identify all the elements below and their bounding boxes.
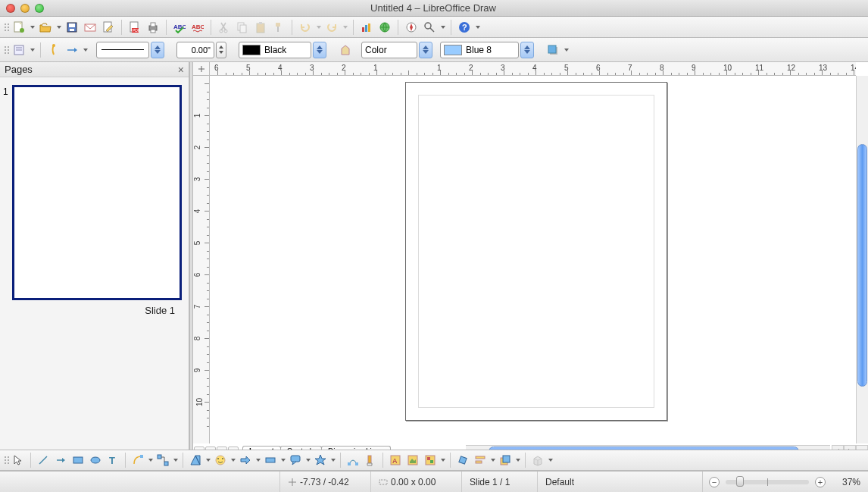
arrow-ends-button[interactable]	[64, 42, 80, 58]
connector-dropdown[interactable]	[172, 452, 179, 468]
export-pdf-button[interactable]: PDF	[126, 19, 143, 36]
help-button[interactable]: ?	[456, 19, 473, 36]
stars-tool[interactable]	[312, 452, 329, 468]
area-properties-button[interactable]	[337, 42, 354, 58]
redo-button[interactable]	[323, 19, 340, 36]
arrow-ends-dropdown[interactable]	[82, 42, 89, 58]
new-document-dropdown[interactable]	[29, 19, 36, 36]
arrange-tool[interactable]	[497, 452, 514, 468]
zoom-out-button[interactable]: −	[709, 477, 720, 487]
callouts-tool[interactable]	[287, 452, 304, 468]
align-dropdown[interactable]	[489, 452, 496, 468]
edit-points-tool[interactable]	[345, 452, 361, 468]
toolbar-overflow[interactable]	[547, 452, 554, 468]
format-paintbrush-button[interactable]	[270, 19, 287, 36]
ellipse-tool[interactable]	[87, 452, 104, 468]
toolbar-grip[interactable]	[5, 42, 9, 58]
toolbar-overflow[interactable]	[474, 19, 481, 36]
edit-file-button[interactable]	[100, 19, 117, 36]
basic-shapes-tool[interactable]	[187, 452, 204, 468]
fill-mode-stepper[interactable]	[419, 42, 432, 58]
block-arrows-tool[interactable]	[237, 452, 254, 468]
line-width-input[interactable]	[176, 42, 214, 58]
ruler-origin[interactable]	[193, 62, 210, 76]
basic-shapes-dropdown[interactable]	[205, 452, 211, 468]
paste-button[interactable]	[252, 19, 269, 36]
toolbar-grip[interactable]	[5, 19, 9, 36]
flowchart-tool[interactable]	[262, 452, 279, 468]
toolbar-grip[interactable]	[5, 452, 9, 468]
rotate-tool[interactable]	[454, 452, 471, 468]
line-properties-button[interactable]	[45, 42, 62, 58]
glue-points-tool[interactable]	[362, 452, 379, 468]
undo-dropdown[interactable]	[315, 19, 322, 36]
gallery-dropdown[interactable]	[439, 452, 446, 468]
callouts-dropdown[interactable]	[304, 452, 311, 468]
window-zoom-button[interactable]	[35, 4, 44, 13]
fill-color-combo[interactable]: Blue 8	[440, 42, 519, 58]
zoom-button[interactable]	[421, 19, 438, 36]
zoom-slider[interactable]	[726, 480, 809, 484]
window-close-button[interactable]	[6, 4, 15, 13]
line-width-stepper[interactable]	[216, 42, 226, 58]
email-button[interactable]	[82, 19, 98, 36]
styles-dropdown[interactable]	[29, 42, 36, 58]
navigator-button[interactable]	[403, 19, 420, 36]
copy-button[interactable]	[234, 19, 251, 36]
line-color-combo[interactable]: Black	[239, 42, 311, 58]
status-page-style[interactable]: Default	[538, 472, 703, 492]
format-styles-button[interactable]	[11, 42, 27, 58]
line-tool[interactable]	[35, 452, 52, 468]
vertical-ruler[interactable]: 12345678910	[193, 76, 210, 443]
open-button[interactable]	[37, 19, 54, 36]
connector-tool[interactable]	[155, 452, 171, 468]
zoom-in-button[interactable]: +	[815, 477, 826, 487]
curve-tool[interactable]	[130, 452, 146, 468]
svg-text:PDF: PDF	[133, 28, 140, 33]
block-arrows-dropdown[interactable]	[254, 452, 261, 468]
line-color-stepper[interactable]	[313, 42, 326, 58]
horizontal-ruler[interactable]: 6543211234567891011121314	[210, 62, 856, 76]
gallery-tool[interactable]	[422, 452, 439, 468]
line-style-combo[interactable]	[96, 42, 149, 58]
vertical-scrollbar[interactable]	[856, 76, 868, 443]
save-button[interactable]	[64, 19, 80, 36]
open-dropdown[interactable]	[55, 19, 62, 36]
extrusion-tool[interactable]	[529, 452, 546, 468]
arrow-tool[interactable]	[52, 452, 69, 468]
redo-dropdown[interactable]	[342, 19, 348, 36]
fill-mode-combo[interactable]: Color	[361, 42, 417, 58]
from-file-tool[interactable]	[404, 452, 421, 468]
align-tool[interactable]	[472, 452, 489, 468]
toolbar-overflow[interactable]	[563, 42, 570, 58]
drawing-canvas[interactable]	[210, 76, 856, 443]
zoom-dropdown[interactable]	[439, 19, 446, 36]
cut-button[interactable]	[216, 19, 233, 36]
arrange-dropdown[interactable]	[514, 452, 521, 468]
spellcheck-button[interactable]: ABC	[171, 19, 188, 36]
page-thumbnail[interactable]	[12, 85, 182, 300]
select-tool[interactable]	[10, 452, 27, 468]
shadow-button[interactable]	[545, 42, 561, 58]
pages-panel-close-button[interactable]: ×	[178, 64, 184, 76]
autospell-button[interactable]: ABC	[189, 19, 206, 36]
hyperlink-button[interactable]	[376, 19, 393, 36]
window-minimize-button[interactable]	[20, 4, 30, 13]
fill-color-stepper[interactable]	[520, 42, 534, 58]
zoom-slider-thumb[interactable]	[736, 476, 744, 487]
rectangle-tool[interactable]	[70, 452, 86, 468]
vertical-scroll-thumb[interactable]	[857, 144, 867, 387]
symbol-shapes-tool[interactable]	[212, 452, 229, 468]
undo-button[interactable]	[297, 19, 314, 36]
symbol-shapes-dropdown[interactable]	[229, 452, 236, 468]
new-document-button[interactable]	[11, 19, 27, 36]
print-button[interactable]	[145, 19, 161, 36]
stars-dropdown[interactable]	[329, 452, 336, 468]
flowchart-dropdown[interactable]	[279, 452, 286, 468]
text-tool[interactable]: T	[105, 452, 121, 468]
chart-button[interactable]	[358, 19, 375, 36]
curve-dropdown[interactable]	[147, 452, 154, 468]
zoom-level[interactable]: 37%	[832, 472, 868, 492]
line-style-stepper[interactable]	[151, 42, 164, 58]
fontwork-tool[interactable]: A	[387, 452, 404, 468]
